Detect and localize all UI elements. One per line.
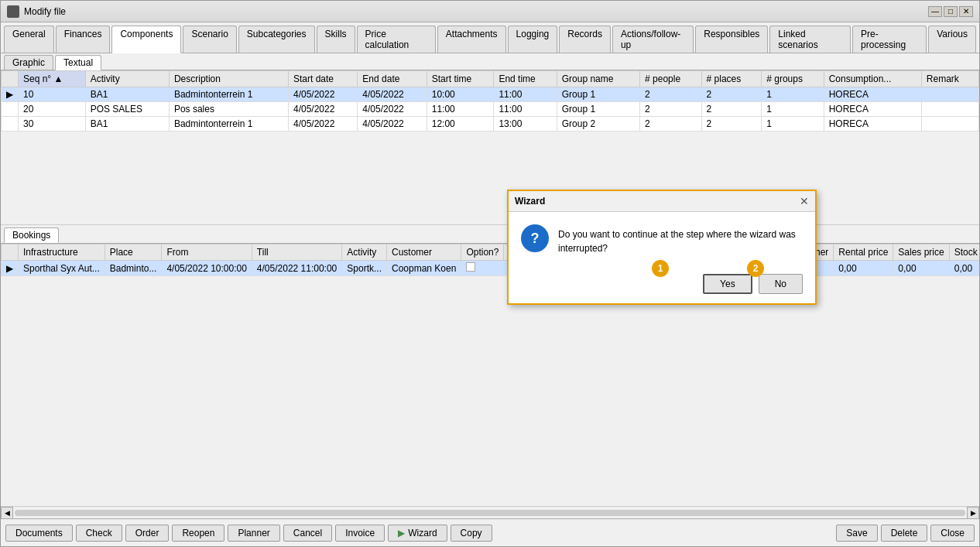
col-seq[interactable]: Seq n° ▲ [19, 71, 86, 87]
tab-price-calculation[interactable]: Price calculation [357, 26, 436, 53]
tab-skills[interactable]: Skills [317, 26, 355, 53]
col-places[interactable]: # places [701, 71, 762, 87]
planner-button[interactable]: Planner [228, 525, 279, 542]
tab-scenario[interactable]: Scenario [183, 26, 236, 53]
delete-button[interactable]: Delete [881, 525, 928, 542]
check-button[interactable]: Check [76, 525, 122, 542]
scroll-right-btn[interactable]: ▶ [967, 225, 979, 226]
tab-subcategories[interactable]: Subcategories [238, 26, 315, 53]
title-buttons: — □ ✕ [928, 6, 973, 17]
tab-general[interactable]: General [4, 26, 54, 53]
col-description[interactable]: Description [169, 71, 288, 87]
tab-various[interactable]: Various [928, 26, 976, 53]
col-row-arrow [2, 244, 19, 261]
components-table: Seq n° ▲ Activity Description Start date… [1, 70, 979, 132]
copy-button[interactable]: Copy [451, 525, 492, 542]
yes-step-badge: 1 [652, 260, 669, 277]
tab-finances[interactable]: Finances [56, 26, 111, 53]
title-bar: Modify file — □ ✕ [1, 1, 979, 22]
option-checkbox[interactable] [466, 262, 475, 272]
upper-horizontal-scrollbar[interactable]: ◀ ▶ [1, 224, 979, 225]
cancel-button[interactable]: Cancel [283, 525, 332, 542]
col-stock-price[interactable]: Stock price " [949, 244, 979, 261]
col-infrastructure[interactable]: Infrastructure [19, 244, 105, 261]
col-sales-price[interactable]: Sales price [893, 244, 949, 261]
upper-table-wrapper: Seq n° ▲ Activity Description Start date… [1, 70, 979, 225]
tab-attachments[interactable]: Attachments [437, 26, 506, 53]
col-arrow [2, 71, 19, 87]
tab-logging[interactable]: Logging [508, 26, 558, 53]
invoice-button[interactable]: Invoice [335, 525, 385, 542]
dialog-question-icon: ? [521, 224, 549, 252]
title-bar-left: Modify file [7, 5, 66, 18]
table-row[interactable]: 30 BA1 Badmintonterrein 1 4/05/2022 4/05… [2, 117, 979, 132]
col-activity[interactable]: Activity [85, 71, 169, 87]
row-arrow [2, 102, 19, 117]
col-rental-price[interactable]: Rental price [834, 244, 893, 261]
save-button[interactable]: Save [836, 525, 877, 542]
tab-pre-processing[interactable]: Pre-processing [852, 26, 927, 53]
row-arrow: ▶ [2, 87, 19, 102]
minimize-button[interactable]: — [928, 6, 942, 17]
col-till[interactable]: Till [252, 244, 341, 261]
col-people[interactable]: # people [640, 71, 702, 87]
close-window-button[interactable]: ✕ [959, 6, 973, 17]
table-row[interactable]: 20 POS SALES Pos sales 4/05/2022 4/05/20… [2, 102, 979, 117]
main-tabs: General Finances Components Scenario Sub… [1, 22, 979, 53]
bottom-scroll-track[interactable] [15, 510, 965, 516]
col-end-date[interactable]: End date [358, 71, 427, 87]
col-remark[interactable]: Remark [921, 71, 978, 87]
window-icon [7, 5, 19, 18]
sub-tab-graphic[interactable]: Graphic [4, 55, 53, 70]
row-arrow: ▶ [2, 261, 19, 276]
close-button[interactable]: Close [930, 525, 975, 542]
col-start-time[interactable]: Start time [427, 71, 494, 87]
dialog-yes-button[interactable]: Yes [703, 274, 752, 294]
tab-actions[interactable]: Actions/follow-up [612, 26, 694, 53]
bookings-tab-row: Bookings [1, 225, 979, 244]
bookings-tab[interactable]: Bookings [4, 227, 59, 243]
table-row[interactable]: ▶ 10 BA1 Badmintonterrein 1 4/05/2022 4/… [2, 87, 979, 102]
wizard-button[interactable]: ▶ Wizard [388, 525, 447, 542]
tab-responsibles[interactable]: Responsibles [695, 26, 768, 53]
bookings-table-scroll[interactable]: Infrastructure Place From Till Activity … [1, 244, 979, 506]
col-option[interactable]: Option? [461, 244, 504, 261]
bookings-table-wrapper: Infrastructure Place From Till Activity … [1, 244, 979, 506]
main-window: Modify file — □ ✕ General Finances Compo… [0, 0, 980, 547]
tab-records[interactable]: Records [559, 26, 611, 53]
documents-button[interactable]: Documents [5, 525, 73, 542]
col-end-time[interactable]: End time [494, 71, 557, 87]
col-customer[interactable]: Customer [386, 244, 461, 261]
table-row[interactable]: ▶ Sporthal Syx Aut... Badminto... 4/05/2… [2, 261, 980, 276]
maximize-button[interactable]: □ [944, 6, 958, 17]
no-step-badge: 2 [747, 260, 764, 277]
main-content: Seq n° ▲ Activity Description Start date… [1, 70, 979, 518]
sub-tabs: Graphic Textual [1, 53, 979, 70]
dialog-title: Wizard [515, 196, 545, 207]
col-group-name[interactable]: Group name [557, 71, 639, 87]
col-activity-b[interactable]: Activity [342, 244, 387, 261]
dialog-footer: 1 Yes 2 No [509, 268, 815, 303]
sub-tab-textual[interactable]: Textual [55, 55, 101, 70]
dialog-no-button[interactable]: No [759, 274, 803, 294]
bottom-scroll-left[interactable]: ◀ [1, 507, 13, 519]
upper-table-scroll[interactable]: Seq n° ▲ Activity Description Start date… [1, 70, 979, 224]
window-title: Modify file [24, 6, 66, 17]
reopen-button[interactable]: Reopen [172, 525, 224, 542]
col-groups[interactable]: # groups [762, 71, 824, 87]
tab-components[interactable]: Components [111, 26, 181, 53]
col-from[interactable]: From [162, 244, 252, 261]
col-consumption[interactable]: Consumption... [824, 71, 921, 87]
col-start-date[interactable]: Start date [288, 71, 357, 87]
tab-linked-scenarios[interactable]: Linked scenarios [769, 26, 851, 53]
wizard-dialog: Wizard ✕ ? Do you want to continue at th… [507, 190, 817, 305]
scroll-left-btn[interactable]: ◀ [1, 225, 13, 226]
col-place[interactable]: Place [105, 244, 162, 261]
footer: Documents Check Order Reopen Planner Can… [1, 518, 979, 546]
bottom-scroll-right[interactable]: ▶ [967, 507, 979, 519]
order-button[interactable]: Order [125, 525, 170, 542]
bookings-section: Bookings Infrastructure Place From Till … [1, 225, 979, 518]
bottom-horizontal-scrollbar[interactable]: ◀ ▶ [1, 506, 979, 518]
dialog-close-button[interactable]: ✕ [800, 195, 809, 207]
row-arrow [2, 117, 19, 132]
